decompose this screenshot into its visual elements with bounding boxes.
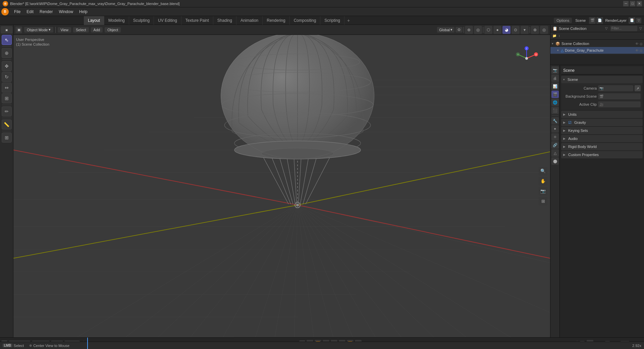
view-layer-icon[interactable]: 📄 [596,17,603,24]
viewport-3d[interactable]: User Perspective (1) Scene Collection Z … [13,35,550,337]
tab-scripting[interactable]: Scripting [320,16,344,25]
keying-sets-header[interactable]: ▶ Keying Sets [561,127,643,134]
gizmo-toggle[interactable]: ⊕ [531,26,539,34]
viewport[interactable]: ▣ Object Mode ▾ View Select Add Object G… [13,25,550,337]
options-button[interactable]: Options [554,18,572,23]
solid-shading[interactable]: ● [493,26,501,34]
object-mode-dropdown[interactable]: Object Mode ▾ [24,27,53,33]
status-bar: LMB Select ⊕ Center View to Mouse 2.92x [0,342,644,349]
prop-content: Scene ▾ Scene Camera 📷 [560,65,644,337]
close-button[interactable]: ✕ [637,1,642,6]
shading-options[interactable]: ▾ [521,26,529,34]
scene-selector[interactable]: Scene [573,18,588,23]
rigid-body-header[interactable]: ▶ Rigid Body World [561,143,643,150]
add-workspace-button[interactable]: + [344,17,353,24]
custom-props-header[interactable]: ▶ Custom Properties [561,151,643,158]
view-menu[interactable]: View [58,27,71,33]
camera-link-btn[interactable]: ↗ [635,85,641,91]
tab-modeling[interactable]: Modeling [104,16,129,25]
outliner-search-input[interactable] [610,26,637,31]
search-button[interactable]: 🔍 [539,167,547,176]
filter-icon[interactable]: ▽ [636,18,641,23]
rl-icon[interactable]: 📑 [629,17,635,24]
pivot-point-button[interactable]: ⊙ [455,27,463,33]
scene-section-header[interactable]: ▾ Scene [561,76,643,83]
menu-window[interactable]: Window [56,9,76,15]
tab-texture-paint[interactable]: Texture Paint [181,16,213,25]
material-props-icon[interactable]: ⬤ [551,157,559,165]
outliner-scene-collection[interactable]: ▾ 📦 Scene Collection 👁 ◎ [550,40,644,47]
snap-icon[interactable]: ⊕ [465,26,473,34]
tab-layout[interactable]: Layout [84,16,104,25]
obj-eye-icon[interactable]: 👁 [635,49,639,52]
add-tool-button[interactable]: ⊞ [2,133,12,143]
constraints-props-icon[interactable]: 🔗 [551,141,559,149]
render-icon-sm[interactable]: ◎ [640,42,643,46]
outliner-object-row[interactable]: ▾ △ Dome_Gray_Parachute 👁 ◎ [550,47,644,54]
tab-sculpting[interactable]: Sculpting [129,16,154,25]
outliner-filter-btn[interactable]: ▽ [639,27,642,30]
menu-edit[interactable]: Edit [24,9,36,15]
transform-tool-button[interactable]: ⊞ [2,93,12,103]
viewport-shading-global[interactable]: Global ▾ [437,27,454,33]
render-props-icon[interactable]: 📷 [551,66,559,74]
rotate-tool-button[interactable]: ↻ [2,72,12,82]
rendered-shading[interactable]: ⊙ [512,26,520,34]
scale-tool-button[interactable]: ⇔ [2,83,12,93]
select-menu[interactable]: Select [73,27,89,33]
modifier-props-icon[interactable]: 🔧 [551,117,559,124]
tab-rendering[interactable]: Rendering [263,16,289,25]
add-menu[interactable]: Add [91,27,103,33]
particles-props-icon[interactable]: ✦ [551,125,559,133]
physics-props-icon[interactable]: ⚛ [551,133,559,141]
gravity-checkbox[interactable]: ☑ [568,120,572,125]
scene-icon[interactable]: 🎬 [589,17,596,24]
eye-icon[interactable]: 👁 [635,42,639,46]
proportional-icon[interactable]: ◎ [474,26,482,34]
top-ortho-button[interactable]: ⊞ [539,197,547,206]
camera-view-button[interactable]: 📷 [539,187,547,196]
orientation-gizmo[interactable]: Z X Y [513,45,540,72]
audio-section-header[interactable]: ▶ Audio [561,135,643,142]
select-tool-button[interactable]: ⇖ [2,35,12,45]
pan-button[interactable]: ✋ [539,177,547,186]
playhead[interactable] [87,338,88,349]
cursor-tool-button[interactable]: ⊕ [2,48,12,58]
outliner-filter-icon[interactable]: ▽ [605,27,608,30]
scene-expand: ▾ [563,78,565,81]
object-menu[interactable]: Object [105,27,121,33]
window-controls[interactable]: ─ □ ✕ [623,1,642,6]
annotate-tool-button[interactable]: ✏ [2,106,12,116]
object-props-icon[interactable]: ⬛ [551,107,559,114]
active-clip-value[interactable]: 🎥 [598,101,641,107]
tab-animation[interactable]: Animation [236,16,263,25]
gravity-section-header[interactable]: ▶ ☑ Gravity [561,119,643,126]
material-shading[interactable]: ◕ [502,26,511,34]
bg-scene-value[interactable]: 🎬 [598,93,641,99]
gizmo[interactable]: Z X Y [513,45,540,72]
new-collection-btn[interactable]: 📁 [552,33,557,38]
view-layer-props-icon[interactable]: 📊 [551,83,559,90]
obj-data-props-icon[interactable]: △ [551,149,559,157]
tab-shading[interactable]: Shading [213,16,236,25]
units-section-header[interactable]: ▶ Units [561,111,643,118]
editor-type-button[interactable]: ▣ [15,27,22,33]
tab-uv-editing[interactable]: UV Editing [154,16,181,25]
move-tool-button[interactable]: ✥ [2,61,12,71]
gravity-expand: ▶ [563,121,566,124]
menu-render[interactable]: Render [37,9,55,15]
wireframe-shading[interactable]: ⬡ [484,26,492,34]
world-props-icon[interactable]: 🌐 [551,99,559,106]
maximize-button[interactable]: □ [630,1,635,6]
obj-render-icon[interactable]: ◎ [640,49,643,52]
tab-compositing[interactable]: Compositing [290,16,321,25]
minimize-button[interactable]: ─ [623,1,629,6]
overlay-toggle[interactable]: ◎ [540,26,548,34]
menu-file[interactable]: File [11,9,23,15]
camera-value[interactable]: 📷 [598,85,633,91]
scene-props-icon[interactable]: 🎬 [551,91,559,98]
output-props-icon[interactable]: 🖨 [551,74,559,82]
outliner-sort-btn[interactable]: ↕ [558,33,561,38]
measure-tool-button[interactable]: 📏 [2,119,12,130]
menu-help[interactable]: Help [76,9,90,15]
